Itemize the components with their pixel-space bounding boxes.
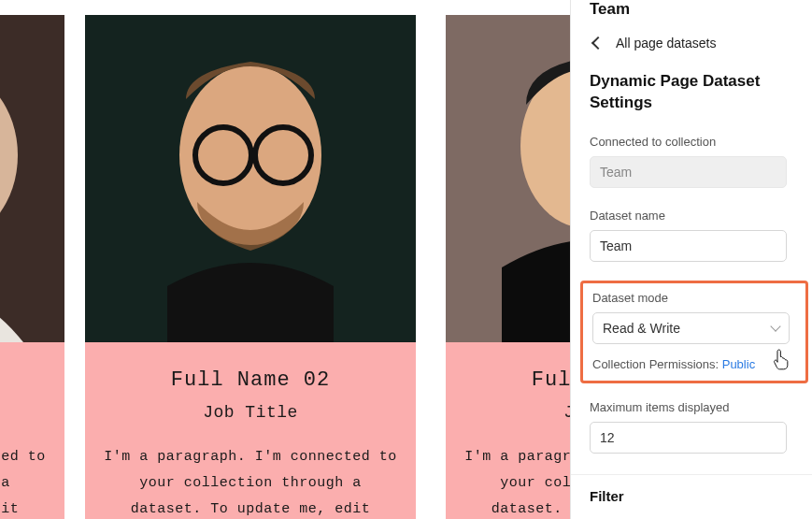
panel-title: Team [590, 0, 799, 19]
permissions-label: Collection Permissions: [592, 357, 722, 371]
member-job-title: Job Title [0, 403, 46, 422]
max-items-input[interactable] [600, 423, 776, 453]
member-name: Full Name 01 [0, 368, 46, 392]
field-label: Connected to collection [590, 135, 799, 149]
team-card[interactable]: Full Name 03 Job Title I'm a paragraph. … [446, 15, 570, 519]
field-label: Dataset name [590, 209, 799, 223]
member-paragraph: I'm a paragraph. I'm connected to your c… [464, 444, 570, 519]
member-job-title: Job Title [464, 403, 570, 422]
member-paragraph: I'm a paragraph. I'm connected to your c… [0, 444, 46, 519]
filter-heading: Filter [590, 488, 799, 504]
portrait-placeholder [446, 15, 570, 342]
dataset-mode-highlight: Dataset mode Read & Write Collection Per… [580, 281, 808, 383]
field-label: Dataset mode [592, 291, 796, 305]
team-card[interactable]: Full Name 01 Job Title I'm a paragraph. … [0, 15, 64, 519]
dataset-name-input[interactable] [600, 231, 776, 261]
dataset-name-field: Dataset name [590, 209, 799, 262]
member-paragraph: I'm a paragraph. I'm connected to your c… [104, 444, 397, 519]
member-photo [0, 15, 64, 342]
member-photo [85, 15, 416, 342]
portrait-placeholder [85, 15, 416, 342]
dataset-name-input-wrapper[interactable] [590, 230, 787, 262]
collection-permissions-link[interactable]: Public [722, 357, 755, 371]
member-photo [446, 15, 570, 342]
dataset-mode-field: Dataset mode Read & Write Collection Per… [592, 291, 796, 371]
dataset-settings-panel: Team All page datasets Dynamic Page Data… [570, 0, 812, 519]
back-label: All page datasets [616, 36, 716, 50]
back-to-page-datasets[interactable]: All page datasets [590, 36, 799, 50]
page-canvas: Full Name 01 Job Title I'm a paragraph. … [0, 0, 570, 519]
chevron-left-icon [591, 36, 605, 50]
card-body: Full Name 03 Job Title I'm a paragraph. … [446, 342, 570, 519]
dataset-mode-value: Read & Write [603, 321, 680, 336]
field-label: Maximum items displayed [590, 400, 799, 414]
member-name: Full Name 02 [104, 368, 397, 392]
card-body: Full Name 02 Job Title I'm a paragraph. … [85, 342, 416, 519]
max-items-input-wrapper[interactable] [590, 422, 787, 454]
team-card[interactable]: Full Name 02 Job Title I'm a paragraph. … [85, 15, 416, 519]
max-items-field: Maximum items displayed [590, 400, 799, 454]
divider [571, 474, 812, 475]
collection-permissions-line: Collection Permissions: Public [592, 357, 796, 371]
dataset-mode-select[interactable]: Read & Write [592, 312, 790, 344]
connected-collection-field: Connected to collection Team [590, 135, 799, 188]
section-heading: Dynamic Page Dataset Settings [590, 71, 799, 114]
portrait-placeholder [0, 15, 64, 342]
connected-collection-value: Team [590, 156, 787, 188]
member-job-title: Job Title [104, 403, 397, 422]
card-body: Full Name 01 Job Title I'm a paragraph. … [0, 342, 64, 519]
member-name: Full Name 03 [464, 368, 570, 392]
chevron-down-icon [770, 321, 780, 331]
readonly-text: Team [600, 165, 632, 180]
